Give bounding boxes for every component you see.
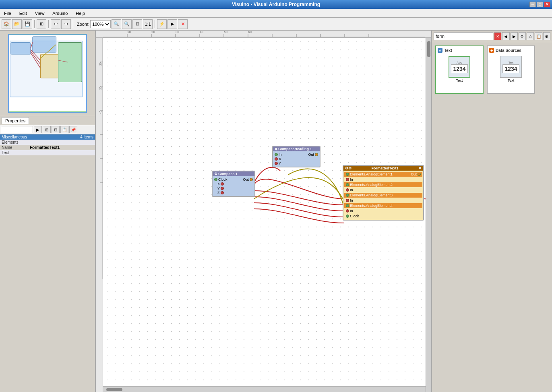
formatted-text-node[interactable]: ⚙⚙ FormattedText1 ✕ Elements.AnalogEleme… [343, 165, 424, 221]
in-label-1: In [350, 177, 353, 182]
text-component-label: Text [456, 78, 463, 83]
v-scrollbar[interactable] [426, 38, 431, 392]
in-label-3: In [350, 198, 353, 202]
zoom-100-button[interactable]: 1:1 [143, 19, 153, 29]
titlebar: Visuino - Visual Arduino Programming ─ □… [0, 0, 552, 9]
svg-text:40: 40 [99, 111, 102, 114]
properties-tab[interactable]: Properties [2, 117, 29, 124]
search-clear-btn[interactable]: ✕ [494, 32, 501, 40]
props-btn-1[interactable]: ▶ [34, 126, 42, 133]
properties-toolbar: ▶ ⊞ ⊟ 📋 📌 [0, 125, 95, 134]
save-button[interactable]: 💾 [23, 19, 32, 29]
properties-panel: Properties ▶ ⊞ ⊟ 📋 📌 Miscellaneous 4 Ite… [0, 116, 95, 392]
canvas-area: 10 20 30 40 50 60 [96, 31, 431, 392]
undo-button[interactable]: ↩ [51, 19, 60, 29]
search-btn-5[interactable]: 📋 [535, 32, 542, 40]
search-btn-2[interactable]: ▶ [511, 32, 518, 40]
x-in-dot [275, 157, 278, 161]
grid-button[interactable]: ⊞ [37, 19, 46, 29]
data-sources-category[interactable]: ◈ Data Sources Tex 1234 Text [487, 45, 535, 94]
fmt-in-4: In [344, 208, 422, 213]
out-dot [315, 153, 318, 156]
canvas-container[interactable]: ⚙ Compass 1 Clock Out X [103, 38, 426, 392]
search-btn-4[interactable]: ☆ [527, 32, 534, 40]
menu-file[interactable]: File [2, 10, 14, 17]
fmt-element-1: Elements.AnalogElement1 Out [344, 172, 422, 177]
redo-button[interactable]: ↪ [61, 19, 71, 29]
e1-label: Elements.AnalogElement1 [350, 172, 393, 176]
stop-button[interactable]: ✕ [178, 19, 188, 29]
props-btn-3[interactable]: ⊟ [52, 126, 60, 133]
upload-button[interactable]: ▶ [167, 19, 177, 29]
svg-rect-5 [10, 41, 82, 97]
menu-view[interactable]: View [33, 10, 47, 17]
menu-edit[interactable]: Edit [17, 10, 29, 17]
search-btn-1[interactable]: ◀ [502, 32, 509, 40]
zoom-in-button[interactable]: 🔍 [112, 19, 121, 29]
fmt-close[interactable]: ✕ [418, 166, 422, 170]
zoom-out-button[interactable]: 🔍 [122, 19, 132, 29]
compass-icon: ⚙ [214, 172, 217, 176]
ds-component-item[interactable]: Tex 1234 Text [489, 54, 533, 84]
out-dot-1 [418, 173, 421, 176]
out-text: Out [308, 153, 314, 157]
fmt-in-1: In [344, 177, 422, 182]
maximize-button[interactable]: □ [537, 2, 543, 7]
compass-port-clock: Clock Out [214, 177, 253, 182]
clock-port-dot [214, 178, 217, 181]
data-sources-cat-title: ◈ Data Sources [489, 48, 533, 53]
compassH-header: ◈ CompassHeading 1 [273, 146, 320, 151]
compassH-icon: ◈ [275, 147, 277, 151]
text-component-item[interactable]: Abc 1234 Text [438, 54, 481, 84]
props-tree-header: Miscellaneous 4 Items [0, 134, 95, 140]
zoom-fit-button[interactable]: ⊡ [132, 19, 142, 29]
properties-search[interactable] [1, 126, 33, 133]
zoom-label: Zoom: [77, 22, 89, 27]
search-input[interactable] [434, 32, 493, 40]
props-label-0: Elements [2, 140, 30, 144]
open-button[interactable]: 📂 [12, 19, 22, 29]
ds-number-display: 1234 [502, 64, 519, 73]
props-btn-2[interactable]: ⊞ [43, 126, 51, 133]
props-pin-btn[interactable]: 📌 [69, 126, 77, 133]
data-sources-icon: ◈ [489, 48, 494, 53]
menu-arduino[interactable]: Arduino [50, 10, 70, 17]
props-item-1: Name FormattedText1 [0, 145, 95, 150]
props-value-1: FormattedText1 [30, 145, 60, 150]
v-scroll-thumb[interactable] [427, 41, 430, 57]
number-display: 1234 [451, 64, 467, 73]
window-title: Visuino - Visual Arduino Programming [232, 2, 320, 7]
fmt-icon: ⚙⚙ [345, 166, 351, 170]
h-scrollbar[interactable] [103, 386, 426, 392]
y-label: Y [217, 186, 220, 190]
e3-label: Elements.AnalogElement3 [350, 193, 393, 197]
props-category: Miscellaneous [2, 135, 27, 139]
menu-help[interactable]: Help [73, 10, 87, 17]
h-scroll-thumb[interactable] [106, 388, 122, 391]
compass-node[interactable]: ⚙ Compass 1 Clock Out X [212, 171, 255, 197]
out-label: Out [411, 172, 417, 176]
minimize-button[interactable]: ─ [529, 2, 536, 7]
e1-dot [346, 173, 349, 176]
compile-button[interactable]: ⚡ [157, 19, 167, 29]
compass-title: Compass 1 [218, 172, 238, 176]
search-btn-3[interactable]: ⚙ [519, 32, 526, 40]
left-panel: Properties ▶ ⊞ ⊟ 📋 📌 Miscellaneous 4 Ite… [0, 31, 96, 392]
ds-component-label: Text [508, 78, 515, 83]
z-port-dot [221, 191, 224, 194]
compass-heading-node[interactable]: ◈ CompassHeading 1 In Out X [272, 146, 320, 167]
clock-label: Clock [218, 177, 227, 182]
compass-port-z: Z [214, 191, 253, 195]
compassH-body: In Out X Y [273, 151, 320, 167]
text-category[interactable]: A Text Abc 1234 Text [435, 45, 484, 94]
in-dot-1 [346, 178, 349, 181]
props-btn-4[interactable]: 📋 [60, 126, 68, 133]
in-label-2: In [350, 188, 353, 192]
compassH-port-x: X [275, 157, 318, 161]
z-label: Z [217, 191, 220, 195]
new-button[interactable]: 🏠 [2, 19, 11, 29]
search-btn-6[interactable]: ⚙ [543, 32, 550, 40]
properties-header: Properties [0, 116, 95, 125]
close-button[interactable]: ✕ [544, 2, 550, 7]
zoom-select[interactable]: 100% [90, 20, 111, 28]
